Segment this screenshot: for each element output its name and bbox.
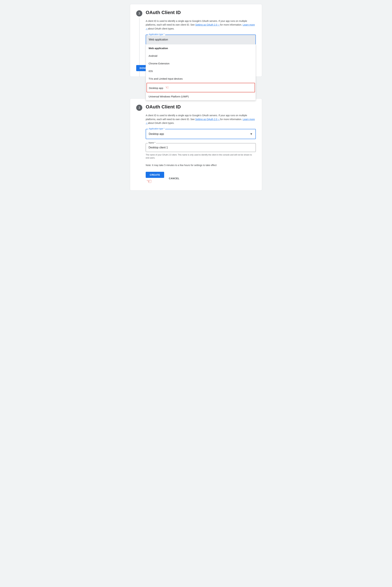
dropdown-menu: Web application Android Chrome Extension… (146, 44, 256, 100)
create-button-area: CREATE ☜ (146, 172, 164, 185)
application-type-dropdown-2[interactable]: Application type * Desktop app ▼ (146, 129, 256, 139)
dropdown-item-chrome-ext[interactable]: Chrome Extension (146, 60, 256, 67)
ext-link-icon-1: ↗ (218, 24, 220, 26)
note-text: Note: It may take 5 minutes to a few hou… (146, 164, 256, 167)
name-input[interactable] (146, 143, 256, 152)
ext-link-icon-4: ↗ (146, 122, 147, 124)
cancel-button[interactable]: CANCEL (168, 175, 181, 182)
card-1: 3 OAuth Client ID A client ID is used to… (130, 4, 262, 77)
button-row: CREATE ☜ CANCEL (146, 172, 256, 185)
cursor-hand-2: ☜ (146, 178, 152, 185)
name-hint-text: The name of your OAuth 2.0 client. This … (146, 153, 256, 160)
dropdown-selected-value[interactable]: Web application (146, 35, 256, 44)
application-type-section: Application type * Web application Web a… (146, 34, 256, 45)
ext-link-icon-2: ↗ (146, 28, 147, 30)
dropdown-item-ios[interactable]: iOS (146, 67, 256, 75)
dropdown-item-tvs[interactable]: TVs and Limited Input devices (146, 75, 256, 82)
dropdown-item-uwp[interactable]: Universal Windows Platform (UWP) (146, 93, 256, 100)
dropdown-item-android[interactable]: Android (146, 52, 256, 60)
application-type-dropdown[interactable]: Application type * Web application Web a… (146, 34, 256, 45)
step3-header: 3 OAuth Client ID (136, 10, 256, 16)
oauth-setup-link[interactable]: Setting up OAuth 2.0 ↗ (195, 24, 220, 26)
app-type-label: Application type * (148, 33, 165, 36)
step3-description-2: A client ID is used to identify a single… (146, 114, 256, 125)
dropdown-item-web-app[interactable]: Web application (146, 44, 256, 52)
step3-circle-2: 3 (136, 105, 142, 111)
dropdown-item-desktop-app[interactable]: Desktop app ☜ (146, 83, 255, 92)
dropdown-selected-value-2[interactable]: Desktop app ▼ (146, 129, 256, 139)
step3-description: A client ID is used to identify a single… (146, 19, 256, 30)
step3-header-2: 3 OAuth Client ID (136, 104, 256, 111)
ext-link-icon-3: ↗ (218, 118, 220, 120)
oauth-setup-link-2[interactable]: Setting up OAuth 2.0 ↗ (195, 118, 220, 120)
create-button[interactable]: CREATE (146, 172, 164, 178)
app-type-label-2: Application type * (148, 128, 165, 130)
step3-circle: 3 (136, 10, 142, 16)
cursor-hand-1: ☜ (165, 85, 169, 90)
step3-title-2: OAuth Client ID (146, 104, 181, 110)
dropdown-arrow-icon: ▼ (250, 132, 253, 136)
card-2: 3 OAuth Client ID A client ID is used to… (130, 98, 262, 190)
name-label: Name * (148, 142, 156, 144)
step3-title: OAuth Client ID (146, 10, 181, 16)
name-field-container: Name * (146, 143, 256, 152)
form-section-2: Application type * Desktop app ▼ Name * … (146, 129, 256, 185)
